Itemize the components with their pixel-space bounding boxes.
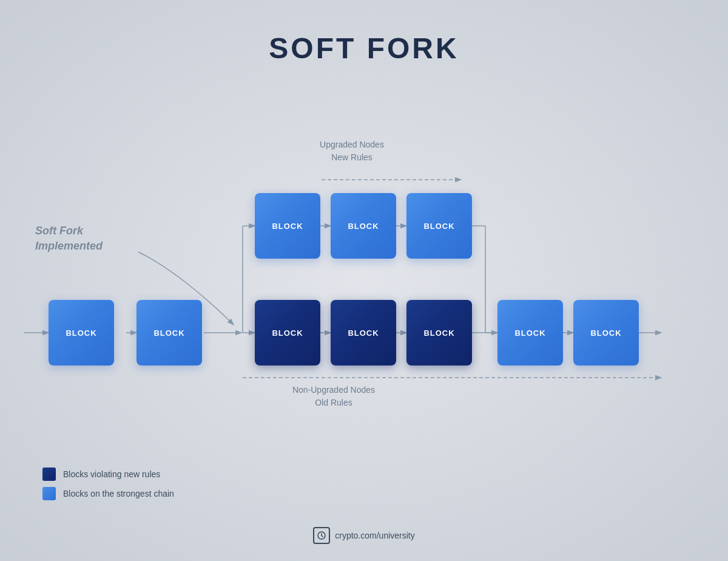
legend-swatch-light <box>42 487 56 500</box>
legend: Blocks violating new rules Blocks on the… <box>42 467 174 506</box>
block-main-3: BLOCK <box>255 300 320 365</box>
soft-fork-label: Soft Fork Implemented <box>35 223 103 254</box>
legend-item-light: Blocks on the strongest chain <box>42 487 174 500</box>
logo-icon <box>313 527 330 544</box>
upgraded-nodes-label: Upgraded Nodes New Rules <box>291 138 413 164</box>
legend-item-dark: Blocks violating new rules <box>42 467 174 481</box>
nonupgraded-nodes-label: Non-Upgraded Nodes Old Rules <box>267 384 400 409</box>
block-main-2: BLOCK <box>136 300 202 365</box>
block-main-4: BLOCK <box>331 300 396 365</box>
legend-swatch-dark <box>42 467 56 481</box>
block-main-1: BLOCK <box>49 300 114 365</box>
block-top-1: BLOCK <box>255 193 320 259</box>
block-top-3: BLOCK <box>406 193 472 259</box>
page-title: SOFT FORK <box>0 32 728 65</box>
block-right-1: BLOCK <box>497 300 563 365</box>
block-top-2: BLOCK <box>331 193 396 259</box>
block-right-2: BLOCK <box>573 300 639 365</box>
footer: crypto.com/university <box>0 527 728 544</box>
diagram-container: SOFT FORK <box>0 0 728 561</box>
block-main-5: BLOCK <box>406 300 472 365</box>
